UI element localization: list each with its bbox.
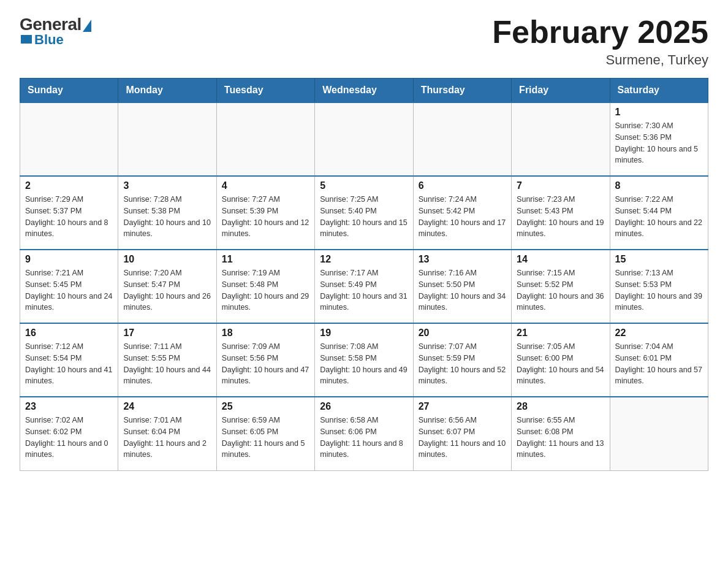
calendar-week-2: 2Sunrise: 7:29 AMSunset: 5:37 PMDaylight…: [20, 176, 708, 250]
calendar-table: Sunday Monday Tuesday Wednesday Thursday…: [20, 78, 708, 471]
calendar-cell: [512, 102, 610, 176]
calendar-cell: [118, 102, 216, 176]
day-number: 2: [25, 180, 113, 191]
day-info: Sunrise: 7:13 AMSunset: 5:53 PMDaylight:…: [615, 267, 703, 313]
day-number: 28: [517, 401, 604, 412]
header-thursday: Thursday: [413, 79, 511, 103]
day-number: 22: [615, 327, 703, 339]
logo: General Blue: [20, 15, 91, 48]
calendar-cell: 20Sunrise: 7:07 AMSunset: 5:59 PMDayligh…: [413, 323, 511, 397]
calendar-cell: [315, 102, 413, 176]
day-number: 7: [517, 180, 604, 191]
day-number: 4: [222, 180, 309, 191]
day-number: 13: [419, 254, 506, 265]
day-info: Sunrise: 7:30 AMSunset: 5:36 PMDaylight:…: [615, 120, 703, 166]
day-number: 8: [615, 180, 703, 191]
day-number: 11: [222, 254, 309, 265]
calendar-cell: 26Sunrise: 6:58 AMSunset: 6:06 PMDayligh…: [315, 397, 413, 470]
title-area: February 2025 Surmene, Turkey: [492, 15, 708, 68]
day-number: 14: [517, 254, 604, 265]
day-number: 17: [123, 327, 211, 339]
day-number: 23: [25, 401, 113, 412]
calendar-cell: 15Sunrise: 7:13 AMSunset: 5:53 PMDayligh…: [610, 250, 708, 323]
day-number: 24: [123, 401, 211, 412]
day-number: 18: [222, 327, 309, 339]
day-info: Sunrise: 6:55 AMSunset: 6:08 PMDaylight:…: [517, 415, 604, 461]
page-header: General Blue February 2025 Surmene, Turk…: [20, 15, 708, 68]
calendar-cell: 6Sunrise: 7:24 AMSunset: 5:42 PMDaylight…: [413, 176, 511, 250]
month-title: February 2025: [492, 15, 708, 50]
day-info: Sunrise: 7:27 AMSunset: 5:39 PMDaylight:…: [222, 194, 309, 240]
day-info: Sunrise: 7:17 AMSunset: 5:49 PMDaylight:…: [320, 267, 408, 313]
calendar-cell: 24Sunrise: 7:01 AMSunset: 6:04 PMDayligh…: [118, 397, 216, 470]
calendar-header-row: Sunday Monday Tuesday Wednesday Thursday…: [20, 79, 708, 103]
day-info: Sunrise: 7:15 AMSunset: 5:52 PMDaylight:…: [517, 267, 604, 313]
day-number: 10: [123, 254, 211, 265]
calendar-week-3: 9Sunrise: 7:21 AMSunset: 5:45 PMDaylight…: [20, 250, 708, 323]
calendar-cell: 25Sunrise: 6:59 AMSunset: 6:05 PMDayligh…: [216, 397, 314, 470]
day-number: 3: [123, 180, 211, 191]
day-number: 20: [419, 327, 506, 339]
day-number: 25: [222, 401, 309, 412]
day-info: Sunrise: 7:29 AMSunset: 5:37 PMDaylight:…: [25, 194, 113, 240]
day-number: 9: [25, 254, 113, 265]
header-monday: Monday: [118, 79, 216, 103]
calendar-cell: 9Sunrise: 7:21 AMSunset: 5:45 PMDaylight…: [20, 250, 118, 323]
day-info: Sunrise: 6:58 AMSunset: 6:06 PMDaylight:…: [320, 415, 408, 461]
logo-triangle-icon: [83, 20, 91, 32]
day-info: Sunrise: 7:01 AMSunset: 6:04 PMDaylight:…: [123, 415, 211, 461]
day-info: Sunrise: 7:04 AMSunset: 6:01 PMDaylight:…: [615, 341, 703, 387]
day-info: Sunrise: 7:28 AMSunset: 5:38 PMDaylight:…: [123, 194, 211, 240]
day-number: 26: [320, 401, 408, 412]
day-info: Sunrise: 7:24 AMSunset: 5:42 PMDaylight:…: [419, 194, 506, 240]
calendar-cell: 10Sunrise: 7:20 AMSunset: 5:47 PMDayligh…: [118, 250, 216, 323]
day-number: 15: [615, 254, 703, 265]
day-info: Sunrise: 7:23 AMSunset: 5:43 PMDaylight:…: [517, 194, 604, 240]
calendar-cell: 21Sunrise: 7:05 AMSunset: 6:00 PMDayligh…: [512, 323, 610, 397]
day-info: Sunrise: 6:59 AMSunset: 6:05 PMDaylight:…: [222, 415, 309, 461]
header-wednesday: Wednesday: [315, 79, 413, 103]
calendar-cell: 2Sunrise: 7:29 AMSunset: 5:37 PMDaylight…: [20, 176, 118, 250]
day-number: 27: [419, 401, 506, 412]
day-info: Sunrise: 7:22 AMSunset: 5:44 PMDaylight:…: [615, 194, 703, 240]
calendar-cell: 4Sunrise: 7:27 AMSunset: 5:39 PMDaylight…: [216, 176, 314, 250]
location: Surmene, Turkey: [492, 52, 708, 68]
calendar-cell: [20, 102, 118, 176]
header-tuesday: Tuesday: [216, 79, 314, 103]
day-info: Sunrise: 7:25 AMSunset: 5:40 PMDaylight:…: [320, 194, 408, 240]
calendar-cell: 19Sunrise: 7:08 AMSunset: 5:58 PMDayligh…: [315, 323, 413, 397]
calendar-cell: 27Sunrise: 6:56 AMSunset: 6:07 PMDayligh…: [413, 397, 511, 470]
calendar-week-4: 16Sunrise: 7:12 AMSunset: 5:54 PMDayligh…: [20, 323, 708, 397]
day-info: Sunrise: 7:11 AMSunset: 5:55 PMDaylight:…: [123, 341, 211, 387]
day-info: Sunrise: 7:16 AMSunset: 5:50 PMDaylight:…: [419, 267, 506, 313]
calendar-cell: 8Sunrise: 7:22 AMSunset: 5:44 PMDaylight…: [610, 176, 708, 250]
calendar-cell: 12Sunrise: 7:17 AMSunset: 5:49 PMDayligh…: [315, 250, 413, 323]
calendar-cell: [216, 102, 314, 176]
calendar-cell: 13Sunrise: 7:16 AMSunset: 5:50 PMDayligh…: [413, 250, 511, 323]
day-number: 6: [419, 180, 506, 191]
calendar-cell: 11Sunrise: 7:19 AMSunset: 5:48 PMDayligh…: [216, 250, 314, 323]
logo-blue: Blue: [34, 32, 64, 48]
day-number: 1: [615, 107, 703, 118]
calendar-cell: 7Sunrise: 7:23 AMSunset: 5:43 PMDaylight…: [512, 176, 610, 250]
day-number: 21: [517, 327, 604, 339]
calendar-cell: 28Sunrise: 6:55 AMSunset: 6:08 PMDayligh…: [512, 397, 610, 470]
calendar-cell: 18Sunrise: 7:09 AMSunset: 5:56 PMDayligh…: [216, 323, 314, 397]
day-info: Sunrise: 7:21 AMSunset: 5:45 PMDaylight:…: [25, 267, 113, 313]
calendar-cell: 14Sunrise: 7:15 AMSunset: 5:52 PMDayligh…: [512, 250, 610, 323]
calendar-cell: 16Sunrise: 7:12 AMSunset: 5:54 PMDayligh…: [20, 323, 118, 397]
calendar-cell: 1Sunrise: 7:30 AMSunset: 5:36 PMDaylight…: [610, 102, 708, 176]
day-info: Sunrise: 7:20 AMSunset: 5:47 PMDaylight:…: [123, 267, 211, 313]
header-friday: Friday: [512, 79, 610, 103]
header-saturday: Saturday: [610, 79, 708, 103]
calendar-cell: 3Sunrise: 7:28 AMSunset: 5:38 PMDaylight…: [118, 176, 216, 250]
day-info: Sunrise: 7:12 AMSunset: 5:54 PMDaylight:…: [25, 341, 113, 387]
day-number: 12: [320, 254, 408, 265]
calendar-week-1: 1Sunrise: 7:30 AMSunset: 5:36 PMDaylight…: [20, 102, 708, 176]
day-info: Sunrise: 7:08 AMSunset: 5:58 PMDaylight:…: [320, 341, 408, 387]
day-number: 5: [320, 180, 408, 191]
day-info: Sunrise: 7:07 AMSunset: 5:59 PMDaylight:…: [419, 341, 506, 387]
calendar-cell: 17Sunrise: 7:11 AMSunset: 5:55 PMDayligh…: [118, 323, 216, 397]
calendar-cell: 23Sunrise: 7:02 AMSunset: 6:02 PMDayligh…: [20, 397, 118, 470]
calendar-cell: 5Sunrise: 7:25 AMSunset: 5:40 PMDaylight…: [315, 176, 413, 250]
